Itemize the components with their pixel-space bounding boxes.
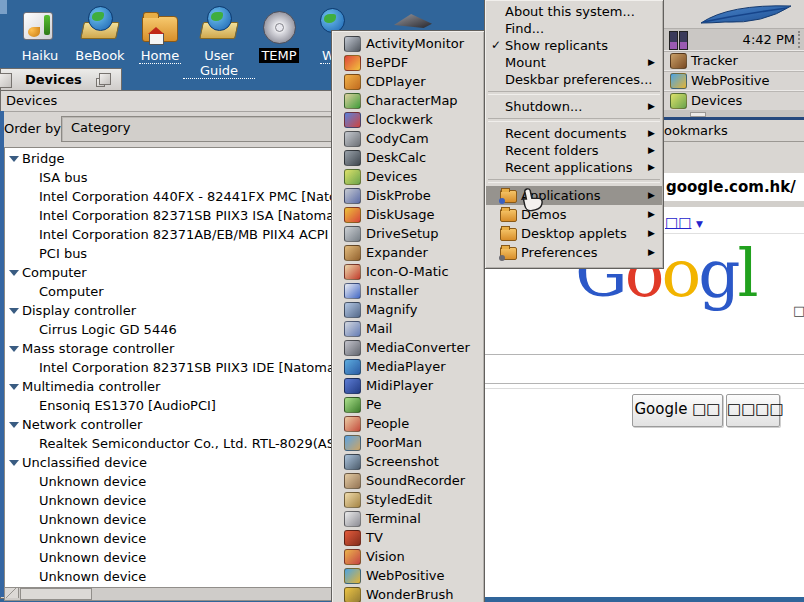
search-input[interactable] xyxy=(470,354,804,384)
app-menu-item-diskusage[interactable]: DiskUsage xyxy=(333,205,483,224)
app-menu-item-poorman[interactable]: PoorMan xyxy=(333,433,483,452)
tray-grip[interactable] xyxy=(798,31,803,48)
menu-item-shutdown[interactable]: Shutdown...▶ xyxy=(486,98,662,115)
menu-item-applications[interactable]: Applications▶ xyxy=(486,186,662,205)
cpu-meter-icon[interactable] xyxy=(669,31,691,48)
app-menu-item-cdplayer[interactable]: CDPlayer xyxy=(333,72,483,91)
tree-row[interactable]: ISA bus xyxy=(5,168,336,187)
twisty-icon[interactable] xyxy=(9,270,19,276)
devices-menubar[interactable]: Devices xyxy=(1,91,337,112)
app-menu-item-mail[interactable]: Mail xyxy=(333,319,483,338)
tree-row[interactable]: Unknown device xyxy=(5,567,336,586)
tree-row[interactable]: Realtek Semiconductor Co., Ltd. RTL-8029… xyxy=(5,434,336,453)
app-menu-item-mediaplayer[interactable]: MediaPlayer xyxy=(333,357,483,376)
tree-row[interactable]: Unclassified device xyxy=(5,453,336,472)
clock[interactable]: 4:42 PM xyxy=(743,32,795,47)
app-menu-item-icon-o-matic[interactable]: Icon-O-Matic xyxy=(333,262,483,281)
tree-row[interactable]: Mass storage controller xyxy=(5,339,336,358)
close-button[interactable] xyxy=(0,73,12,88)
deskbar: 4:42 PM TrackerWebPositiveDevices xyxy=(662,0,804,117)
menu-item-find[interactable]: Find... xyxy=(486,20,662,37)
devices-window-tab[interactable]: Devices xyxy=(0,68,122,91)
menu-item-label: Recent folders xyxy=(505,142,599,159)
tree-row[interactable]: Unknown device xyxy=(5,510,336,529)
app-menu-item-terminal[interactable]: Terminal xyxy=(333,509,483,528)
twisty-icon[interactable] xyxy=(9,422,19,428)
menu-item-recent-documents[interactable]: Recent documents▶ xyxy=(486,125,662,142)
globe-icon xyxy=(207,6,232,31)
twisty-icon[interactable] xyxy=(9,384,19,390)
app-menu-item-drivesetup[interactable]: DriveSetup xyxy=(333,224,483,243)
tree-row[interactable]: Multimedia controller xyxy=(5,377,336,396)
app-menu-item-screenshot[interactable]: Screenshot xyxy=(333,452,483,471)
menu-item-recent-applications[interactable]: Recent applications▶ xyxy=(486,159,662,176)
tree-row[interactable]: Unknown device xyxy=(5,529,336,548)
im-feeling-lucky-button[interactable]: □□□□ xyxy=(726,394,780,427)
app-menu-item-pe[interactable]: Pe xyxy=(333,395,483,414)
zoom-button[interactable] xyxy=(99,73,111,85)
deskbar-item-devices[interactable]: Devices xyxy=(663,90,804,112)
app-menu-item-wonderbrush[interactable]: WonderBrush xyxy=(333,585,483,602)
google-nav-link[interactable]: □□ ▼ xyxy=(665,214,703,230)
folder-home-glyph xyxy=(142,16,178,42)
menu-item-recent-folders[interactable]: Recent folders▶ xyxy=(486,142,662,159)
tree-row[interactable]: PCI bus xyxy=(5,244,336,263)
tree-row[interactable]: Computer xyxy=(5,263,336,282)
tree-row[interactable]: Ensoniq ES1370 [AudioPCI] xyxy=(5,396,336,415)
tree-row[interactable]: Intel Corporation 82371SB PIIX3 ISA [Nat… xyxy=(5,206,336,225)
tree-row[interactable]: Intel Corporation 440FX - 82441FX PMC [N… xyxy=(5,187,336,206)
horizontal-scrollbar[interactable] xyxy=(4,587,336,601)
deskbar-item-webpositive[interactable]: WebPositive xyxy=(663,70,804,92)
app-menu-item-vision[interactable]: Vision xyxy=(333,547,483,566)
menu-item-deskbar-preferences[interactable]: Deskbar preferences... xyxy=(486,71,662,88)
order-by-dropdown[interactable]: Category xyxy=(61,116,343,142)
twisty-icon[interactable] xyxy=(9,346,19,352)
app-menu-item-people[interactable]: People xyxy=(333,414,483,433)
app-menu-item-webpositive[interactable]: WebPositive xyxy=(333,566,483,585)
app-menu-item-activitymonitor[interactable]: ActivityMonitor xyxy=(333,34,483,53)
menu-item-preferences[interactable]: Preferences▶ xyxy=(486,243,662,262)
twisty-icon[interactable] xyxy=(9,460,19,466)
deskbar-item-tracker[interactable]: Tracker xyxy=(663,50,804,72)
tree-row[interactable]: Network controller xyxy=(5,415,336,434)
scrollbar-thumb[interactable] xyxy=(20,588,92,600)
tree-row[interactable]: Unknown device xyxy=(5,548,336,567)
app-menu-item-devices[interactable]: Devices xyxy=(333,167,483,186)
app-menu-item-deskcalc[interactable]: DeskCalc xyxy=(333,148,483,167)
bookmarks-menu[interactable]: ookmarks xyxy=(664,120,728,141)
menu-item-demos[interactable]: Demos▶ xyxy=(486,205,662,224)
tree-row[interactable]: Computer xyxy=(5,282,336,301)
tree-row[interactable]: Intel Corporation 82371AB/EB/MB PIIX4 AC… xyxy=(5,225,336,244)
app-menu-item-mediaconverter[interactable]: MediaConverter xyxy=(333,338,483,357)
app-menu-item-clockwerk[interactable]: Clockwerk xyxy=(333,110,483,129)
menu-item-desktop-applets[interactable]: Desktop applets▶ xyxy=(486,224,662,243)
tree-row[interactable]: Unknown device xyxy=(5,472,336,491)
tree-row[interactable]: Display controller xyxy=(5,301,336,320)
tree-row[interactable]: Unknown device xyxy=(5,491,336,510)
submenu-arrow-icon: ▶ xyxy=(648,224,655,243)
app-menu-item-tv[interactable]: TV xyxy=(333,528,483,547)
tree-row[interactable]: Bridge xyxy=(5,149,336,168)
twisty-icon[interactable] xyxy=(9,308,19,314)
tree-row[interactable]: Cirrus Logic GD 5446 xyxy=(5,320,336,339)
app-menu-item-bepdf[interactable]: BePDF xyxy=(333,53,483,72)
twisty-icon[interactable] xyxy=(9,156,19,162)
app-menu-item-midiplayer[interactable]: MidiPlayer xyxy=(333,376,483,395)
devices-menu[interactable]: Devices xyxy=(1,93,57,108)
google-search-button[interactable]: Google □□ xyxy=(632,394,723,427)
deskbar-resize-handle[interactable] xyxy=(663,110,804,117)
app-menu-item-installer[interactable]: Installer xyxy=(333,281,483,300)
menu-item-about-this-system[interactable]: About this system... xyxy=(486,3,662,20)
app-menu-item-magnify[interactable]: Magnify xyxy=(333,300,483,319)
app-menu-item-diskprobe[interactable]: DiskProbe xyxy=(333,186,483,205)
deskbar-leaf-logo[interactable] xyxy=(663,0,804,28)
menu-item-show-replicants[interactable]: ✓Show replicants xyxy=(486,37,662,54)
menu-item-mount[interactable]: Mount▶ xyxy=(486,54,662,71)
device-tree-list[interactable]: BridgeISA busIntel Corporation 440FX - 8… xyxy=(4,147,336,588)
tree-row[interactable]: Intel Corporation 82371SB PIIX3 IDE [Nat… xyxy=(5,358,336,377)
app-menu-item-codycam[interactable]: CodyCam xyxy=(333,129,483,148)
app-menu-item-soundrecorder[interactable]: SoundRecorder xyxy=(333,471,483,490)
app-menu-item-charactermap[interactable]: CharacterMap xyxy=(333,91,483,110)
app-menu-item-expander[interactable]: Expander xyxy=(333,243,483,262)
app-menu-item-stylededit[interactable]: StyledEdit xyxy=(333,490,483,509)
